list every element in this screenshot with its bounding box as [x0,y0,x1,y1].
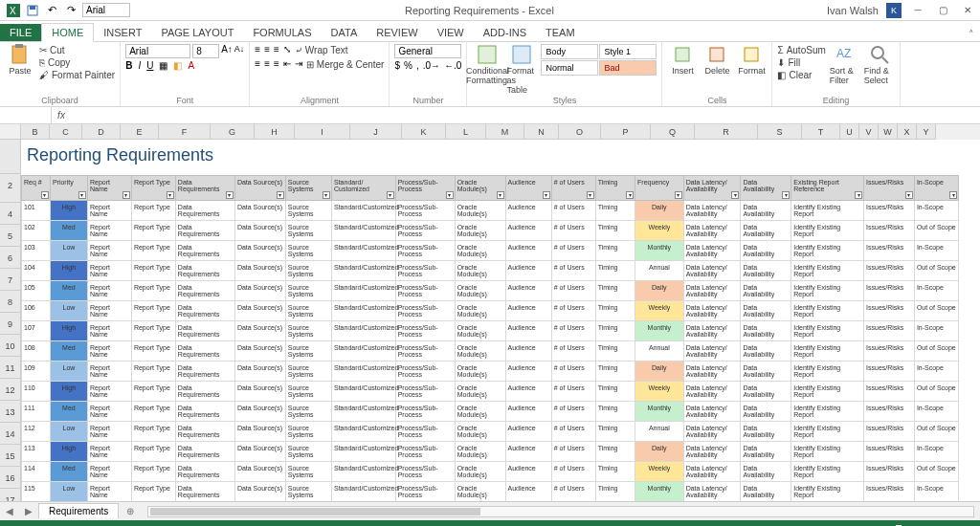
cell[interactable]: Data Requirements [175,201,234,221]
align-bot-icon[interactable]: ≡ [274,44,279,56]
cell[interactable]: Identify Existing Report [791,442,864,462]
cell[interactable]: Data Availability [741,422,791,442]
cell[interactable]: Report Type [131,402,175,422]
sheet-content[interactable]: Reporting Requirements Req #▾Priority▾Re… [21,140,980,501]
cell[interactable]: Oracle Module(s) [455,422,505,442]
dec-decimal-icon[interactable]: ←.0 [444,60,461,71]
cell[interactable]: Source Systems [285,402,331,422]
cell[interactable]: Report Type [131,422,175,442]
cell[interactable]: Data Source(s) [234,462,285,482]
horizontal-scrollbar[interactable] [147,506,974,517]
cell[interactable]: Audience [505,301,551,321]
col-header[interactable]: L [446,124,486,140]
row-header[interactable]: 8 [0,291,21,313]
cell[interactable]: Process/Sub-Process [395,301,455,321]
cell[interactable]: Data Source(s) [234,301,285,321]
cell[interactable]: Audience [505,442,551,462]
cell[interactable]: Report Name [87,402,131,422]
cell[interactable]: Med [50,462,87,482]
cell[interactable]: Low [50,241,87,261]
cell[interactable]: # of Users [551,442,595,462]
table-row[interactable]: 102MedReport NameReport TypeData Require… [22,221,959,241]
cell[interactable]: Source Systems [285,462,331,482]
cell[interactable]: Monthly [635,241,684,261]
cell[interactable]: Standard/Customized [331,362,395,382]
fill-color-button[interactable]: ◧ [173,60,182,71]
col-header[interactable]: U [840,124,859,140]
delete-cells-button[interactable]: Delete [702,44,732,76]
cell[interactable]: Data Source(s) [234,442,285,462]
cell[interactable]: Issues/Risks [864,241,915,261]
orientation-icon[interactable]: ⤡ [283,44,291,56]
cell[interactable]: # of Users [551,341,595,362]
cell[interactable]: Data Requirements [175,321,234,341]
cell[interactable]: Low [50,422,87,442]
col-header[interactable]: M [486,124,524,140]
table-header[interactable]: Existing Report Reference▾ [791,176,864,201]
cell[interactable]: Source Systems [285,221,331,241]
table-row[interactable]: 108MedReport NameReport TypeData Require… [22,341,959,362]
tab-team[interactable]: TEAM [536,24,585,41]
filter-dropdown-icon[interactable]: ▾ [905,191,913,199]
cell[interactable]: Data Source(s) [234,281,285,301]
cell[interactable]: 109 [22,362,51,382]
cell[interactable]: Report Type [131,462,175,482]
cell[interactable]: # of Users [551,321,595,341]
cell[interactable]: Issues/Risks [864,201,915,221]
cell[interactable]: Report Name [87,201,131,221]
font-name-select[interactable]: Arial [125,44,190,58]
cell[interactable]: Oracle Module(s) [455,241,505,261]
tab-insert[interactable]: INSERT [94,24,151,41]
cell[interactable]: Identify Existing Report [791,362,864,382]
row-header[interactable]: 9 [0,313,21,335]
cell[interactable]: Timing [595,201,635,221]
table-header[interactable]: Issues/Risks▾ [864,176,915,201]
cell[interactable]: In-Scope [914,241,958,261]
cell[interactable]: 106 [22,301,51,321]
cell[interactable]: Process/Sub-Process [395,482,455,502]
col-header[interactable]: I [295,124,350,140]
style-normal[interactable]: Normal [541,60,598,76]
percent-icon[interactable]: % [404,60,412,71]
cell[interactable]: Data Availability [741,382,791,402]
cell[interactable]: Out of Scope [914,422,958,442]
sort-filter-button[interactable]: AZSort & Filter [830,44,860,85]
table-row[interactable]: 112LowReport NameReport TypeData Require… [22,422,959,442]
cell[interactable]: Identify Existing Report [791,321,864,341]
clear-button[interactable]: ◧ Clear [777,69,825,81]
cell[interactable]: Data Latency/ Availability [683,382,741,402]
filter-dropdown-icon[interactable]: ▾ [626,191,634,199]
cell[interactable]: Data Latency/ Availability [683,281,741,301]
wrap-text-button[interactable]: ⤶ Wrap Text [295,44,348,56]
cell[interactable]: Report Type [131,382,175,402]
cell[interactable]: Report Name [87,341,131,362]
cell[interactable]: Source Systems [285,482,331,502]
cell[interactable]: Data Availability [741,482,791,502]
cell[interactable]: Data Availability [741,261,791,281]
cell[interactable]: Identify Existing Report [791,382,864,402]
currency-icon[interactable]: $ [394,60,400,71]
cell[interactable]: Med [50,402,87,422]
cell[interactable]: Source Systems [285,362,331,382]
cell[interactable]: Data Availability [741,241,791,261]
cell[interactable]: Audience [505,261,551,281]
cell[interactable]: Data Requirements [175,241,234,261]
cell[interactable]: Report Name [87,261,131,281]
cell[interactable]: Report Type [131,241,175,261]
minimize-button[interactable]: ─ [905,1,930,20]
cell[interactable]: Standard/Customized [331,261,395,281]
cell[interactable]: Data Latency/ Availability [683,201,741,221]
table-header[interactable]: Audience▾ [505,176,551,201]
col-header[interactable]: N [524,124,559,140]
cell[interactable]: Process/Sub-Process [395,201,455,221]
cell[interactable]: Out of Scope [914,341,958,362]
cell[interactable]: Out of Scope [914,261,958,281]
cell[interactable]: High [50,261,87,281]
cell[interactable]: Weekly [635,301,684,321]
format-cells-button[interactable]: Format [736,44,767,76]
table-header[interactable]: Report Name▾ [87,176,131,201]
bold-button[interactable]: B [125,60,132,71]
cell[interactable]: Source Systems [285,382,331,402]
cell[interactable]: Report Name [87,301,131,321]
cell[interactable]: Data Source(s) [234,402,285,422]
